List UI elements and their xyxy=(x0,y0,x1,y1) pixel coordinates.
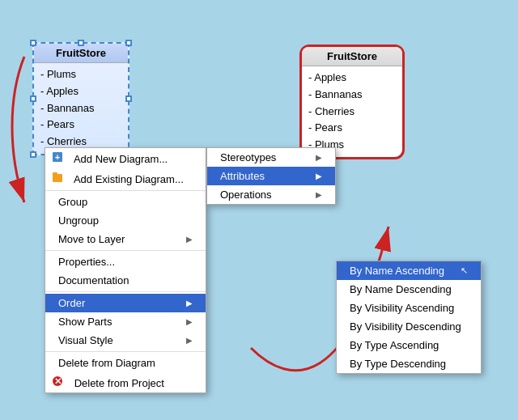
submenu-by-visibility-asc[interactable]: By Visibility Ascending xyxy=(337,299,481,317)
delete-icon: ✕ xyxy=(52,375,68,387)
menu-ungroup[interactable]: Ungroup xyxy=(45,211,206,230)
svg-rect-2 xyxy=(53,174,62,182)
svg-text:+: + xyxy=(55,152,60,162)
menu-add-existing-diagram[interactable]: Add Existing Diagram... xyxy=(45,168,206,189)
left-class-box: FruitStore - Plums - Apples - Bannanas -… xyxy=(32,42,130,155)
right-class-body: - Apples - Bannanas - Cherries - Pears -… xyxy=(302,66,402,157)
selection-handle xyxy=(30,40,36,46)
selection-handle xyxy=(125,40,132,46)
selection-handle xyxy=(78,40,84,46)
left-class-body: - Plums - Apples - Bannanas - Pears - Ch… xyxy=(34,63,128,154)
list-item: - Bannanas xyxy=(308,87,396,104)
selection-handle xyxy=(30,95,36,102)
menu-separator xyxy=(45,250,206,251)
submenu-by-type-desc[interactable]: By Type Descending xyxy=(337,354,481,373)
right-class-box: FruitStore - Apples - Bannanas - Cherrie… xyxy=(299,45,405,159)
submenu-by-type-asc[interactable]: By Type Ascending xyxy=(337,336,481,354)
svg-rect-3 xyxy=(53,172,57,175)
submenu-by-visibility-desc[interactable]: By Visibility Descending xyxy=(337,317,481,336)
selection-handle xyxy=(30,151,36,158)
context-menu: + Add New Diagram... Add Existing Diagra… xyxy=(45,147,206,393)
menu-separator xyxy=(45,291,206,292)
list-item: - Apples xyxy=(40,83,121,100)
submenu-stereotypes[interactable]: Stereotypes ▶ xyxy=(207,148,335,167)
submenu-attributes[interactable]: Attributes ▶ xyxy=(207,167,335,185)
submenu-arrow: ▶ xyxy=(316,153,322,162)
list-item: - Bannanas xyxy=(40,100,121,117)
list-item: - Cherries xyxy=(308,104,396,121)
submenu-arrow: ▶ xyxy=(316,190,322,199)
right-class-title: FruitStore xyxy=(302,47,402,66)
menu-delete-from-diagram[interactable]: Delete from Diagram xyxy=(45,354,206,372)
menu-group[interactable]: Group xyxy=(45,193,206,211)
svg-text:✕: ✕ xyxy=(54,376,62,386)
list-item: - Pears xyxy=(40,117,121,134)
order-submenu: Stereotypes ▶ Attributes ▶ Operations ▶ xyxy=(206,147,336,205)
menu-show-parts[interactable]: Show Parts ▶ xyxy=(45,312,206,331)
attributes-submenu: By Name Ascending ↖ By Name Descending B… xyxy=(336,261,482,374)
submenu-arrow: ▶ xyxy=(186,336,193,345)
left-arrow xyxy=(12,57,24,202)
submenu-arrow: ▶ xyxy=(186,299,193,308)
submenu-operations[interactable]: Operations ▶ xyxy=(207,185,335,204)
add-diagram-icon: + xyxy=(52,151,68,163)
menu-separator xyxy=(45,190,206,191)
menu-add-new-diagram[interactable]: + Add New Diagram... xyxy=(45,148,206,168)
submenu-by-name-asc[interactable]: By Name Ascending ↖ xyxy=(337,261,481,280)
left-class-title: FruitStore xyxy=(34,44,128,63)
submenu-arrow: ▶ xyxy=(316,172,322,180)
menu-visual-style[interactable]: Visual Style ▶ xyxy=(45,331,206,350)
add-existing-icon xyxy=(52,172,68,183)
cursor-indicator: ↖ xyxy=(461,265,468,276)
list-item: - Plums xyxy=(40,66,121,83)
selection-handle xyxy=(125,95,132,102)
submenu-by-name-desc[interactable]: By Name Descending xyxy=(337,280,481,299)
menu-order[interactable]: Order ▶ xyxy=(45,294,206,312)
menu-documentation[interactable]: Documentation xyxy=(45,271,206,290)
submenu-arrow: ▶ xyxy=(186,317,193,326)
menu-properties[interactable]: Properties... xyxy=(45,252,206,271)
menu-delete-from-project[interactable]: ✕ Delete from Project xyxy=(45,372,206,392)
submenu-arrow: ▶ xyxy=(186,235,193,244)
menu-separator xyxy=(45,351,206,352)
list-item: - Pears xyxy=(308,120,396,137)
list-item: - Apples xyxy=(308,70,396,87)
menu-move-to-layer[interactable]: Move to Layer ▶ xyxy=(45,230,206,248)
